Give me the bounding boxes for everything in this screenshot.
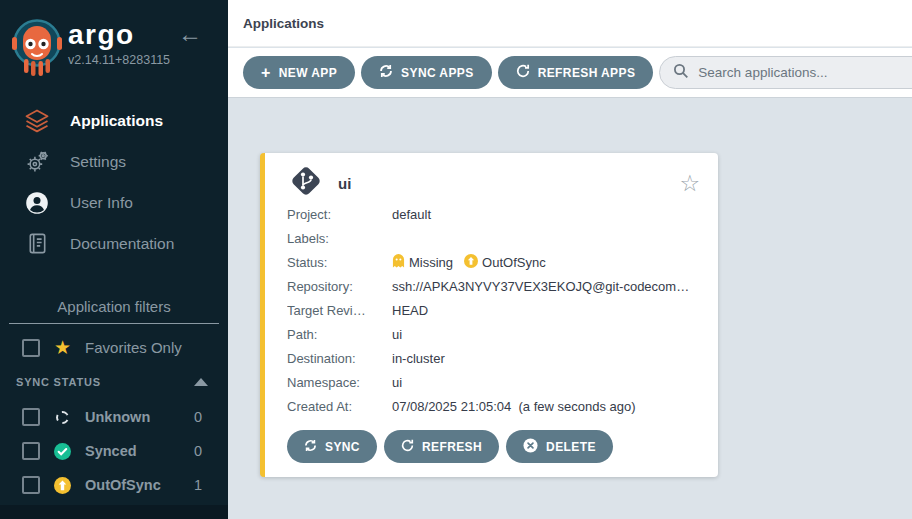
- sidebar-item-user-info[interactable]: User Info: [0, 182, 228, 223]
- search-box[interactable]: /: [659, 56, 912, 89]
- favorites-only-filter[interactable]: ★ Favorites Only: [22, 338, 228, 357]
- outofsync-arrow-icon: [54, 477, 71, 494]
- titlebar: Applications: [228, 0, 912, 47]
- field-namespace: Namespace: ui: [287, 370, 700, 394]
- sidebar: argo v2.14.11+8283115 ← Applications: [0, 0, 228, 519]
- field-target-revision: Target Revi… HEAD: [287, 298, 700, 322]
- refresh-label: REFRESH: [422, 440, 482, 454]
- sync-status-text: OutOfSync: [482, 255, 546, 270]
- card-header: ui ☆: [287, 164, 700, 202]
- search-icon: [673, 63, 689, 83]
- field-labels: Labels:: [287, 226, 700, 250]
- caret-up-icon[interactable]: [194, 378, 208, 386]
- field-destination: Destination: in-cluster: [287, 346, 700, 370]
- synced-check-icon: [54, 443, 71, 460]
- sync-status-filter-list: Unknown 0 Synced 0 OutOfSync 1: [0, 400, 228, 502]
- filter-label: Synced: [85, 443, 137, 459]
- outofsync-checkbox[interactable]: [22, 476, 40, 494]
- filter-label: Unknown: [85, 409, 150, 425]
- sidebar-item-label: Documentation: [70, 235, 174, 253]
- star-icon: ★: [54, 338, 71, 357]
- sidebar-item-label: Settings: [70, 153, 126, 171]
- unknown-circle-icon: [54, 411, 71, 424]
- health-status-text: Missing: [409, 255, 453, 270]
- missing-ghost-icon: [392, 253, 405, 271]
- application-filters-title: Application filters: [9, 298, 219, 324]
- gear-icon: [24, 149, 50, 174]
- sync-apps-label: SYNC APPS: [401, 66, 474, 80]
- brand-wordmark: argo: [68, 20, 170, 50]
- favorites-label: Favorites Only: [85, 339, 182, 356]
- sync-status-section-header[interactable]: SYNC STATUS: [16, 376, 208, 388]
- search-input[interactable]: [698, 65, 912, 80]
- sync-icon: [379, 64, 393, 81]
- favorites-checkbox[interactable]: [22, 339, 40, 357]
- refresh-apps-label: REFRESH APPS: [538, 66, 636, 80]
- page-title: Applications: [243, 16, 324, 31]
- filter-outofsync[interactable]: OutOfSync 1: [0, 468, 228, 502]
- filter-count: 1: [194, 477, 202, 493]
- sidebar-item-documentation[interactable]: Documentation: [0, 223, 228, 264]
- field-project: Project: default: [287, 202, 700, 226]
- sidebar-nav: Applications Settings: [0, 100, 228, 264]
- filter-synced[interactable]: Synced 0: [0, 434, 228, 468]
- filter-unknown[interactable]: Unknown 0: [0, 400, 228, 434]
- logo-row: argo v2.14.11+8283115 ←: [0, 0, 228, 96]
- application-card-ui[interactable]: ui ☆ Project: default Labels: Status: Mi…: [260, 153, 718, 477]
- version-label: v2.14.11+8283115: [68, 53, 170, 67]
- refresh-button[interactable]: REFRESH: [384, 430, 499, 463]
- plus-icon: +: [261, 65, 271, 81]
- filter-count: 0: [194, 443, 202, 459]
- field-status: Status: Missing OutOfSync: [287, 250, 700, 274]
- argo-octopus-logo-icon: [10, 13, 64, 83]
- refresh-icon: [516, 64, 530, 81]
- field-created-at: Created At: 07/08/2025 21:05:04 (a few s…: [287, 394, 700, 418]
- delete-label: DELETE: [546, 440, 596, 454]
- refresh-icon: [401, 439, 414, 455]
- sidebar-item-label: Applications: [70, 112, 163, 130]
- synced-checkbox[interactable]: [22, 442, 40, 460]
- git-branch-diamond-icon: [287, 162, 325, 204]
- book-icon: [24, 232, 50, 255]
- sync-button[interactable]: SYNC: [287, 430, 377, 463]
- brand-block: argo v2.14.11+8283115: [68, 20, 170, 67]
- toolbar: + NEW APP SYNC APPS REFRESH APPS: [228, 48, 912, 98]
- filter-label: OutOfSync: [85, 477, 161, 493]
- sync-apps-button[interactable]: SYNC APPS: [361, 56, 492, 89]
- sync-label: SYNC: [325, 440, 360, 454]
- applications-canvas: ui ☆ Project: default Labels: Status: Mi…: [228, 98, 912, 519]
- new-app-label: NEW APP: [279, 66, 337, 80]
- outofsync-arrow-icon: [464, 254, 478, 271]
- layers-icon: [24, 108, 50, 134]
- sync-status-title: SYNC STATUS: [16, 376, 101, 388]
- sidebar-bottom-strip: [0, 505, 228, 519]
- filter-count: 0: [194, 409, 202, 425]
- sidebar-item-settings[interactable]: Settings: [0, 141, 228, 182]
- sidebar-item-applications[interactable]: Applications: [0, 100, 228, 141]
- sync-icon: [304, 439, 317, 455]
- field-path: Path: ui: [287, 322, 700, 346]
- refresh-apps-button[interactable]: REFRESH APPS: [498, 56, 654, 89]
- sidebar-item-label: User Info: [70, 194, 133, 212]
- field-repository: Repository: ssh://APKA3NYVY37VEX3EKOJQ@g…: [287, 274, 700, 298]
- delete-button[interactable]: DELETE: [506, 430, 613, 463]
- unknown-checkbox[interactable]: [22, 408, 40, 426]
- app-name: ui: [338, 175, 351, 192]
- favorite-star-icon[interactable]: ☆: [679, 172, 700, 195]
- x-circle-icon: [523, 438, 538, 456]
- argocd-window: argo v2.14.11+8283115 ← Applications: [0, 0, 912, 519]
- card-actions: SYNC REFRESH DELETE: [287, 430, 700, 463]
- new-app-button[interactable]: + NEW APP: [243, 56, 355, 89]
- collapse-sidebar-icon[interactable]: ←: [178, 22, 202, 46]
- user-icon: [24, 191, 50, 215]
